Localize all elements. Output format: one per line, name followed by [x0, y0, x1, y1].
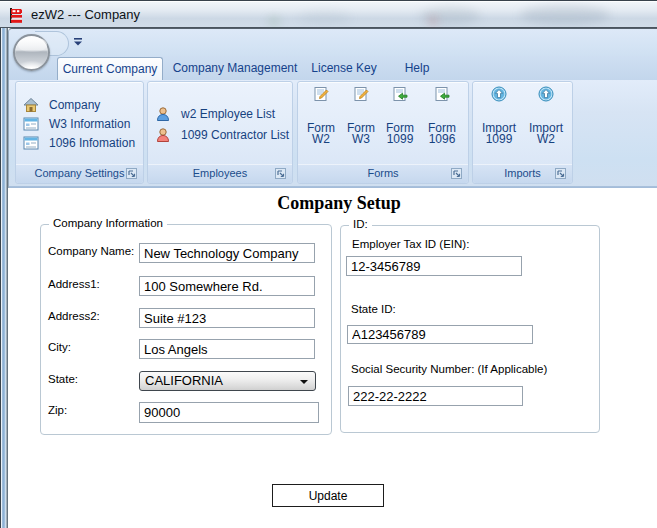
ribbon-button-form-w3[interactable]: FormW3: [341, 86, 381, 145]
ribbon-item-w3-information[interactable]: W3 Information: [23, 116, 130, 132]
app-icon[interactable]: [7, 7, 24, 24]
ribbon-item-company[interactable]: Company: [23, 97, 100, 113]
tab-current-company[interactable]: Current Company: [57, 57, 163, 80]
zip-label: Zip:: [48, 404, 67, 416]
dialog-launcher-icon[interactable]: [126, 168, 137, 179]
quick-access-toolbar: [9, 29, 657, 56]
ribbon-button-form-w2[interactable]: FormW2: [301, 86, 341, 145]
ribbon-item-label: w2 Employee List: [181, 107, 275, 121]
state-id-label: State ID:: [351, 303, 396, 315]
ssn-label: Social Security Number: (If Applicable): [351, 363, 547, 375]
ribbon: Current Company Company Management Licen…: [8, 28, 657, 188]
ribbon-item-label: 1096 Infomation: [49, 136, 135, 150]
address2-label: Address2:: [48, 310, 100, 322]
update-button[interactable]: Update: [272, 484, 384, 507]
dialog-launcher-icon[interactable]: [451, 168, 462, 179]
group-caption-label: Company Settings: [35, 167, 125, 179]
application-orb-button[interactable]: [13, 34, 50, 71]
button-label-line2: W3: [341, 134, 381, 145]
ein-label: Employer Tax ID (EIN):: [352, 238, 469, 250]
tab-company-management[interactable]: Company Management: [171, 56, 299, 80]
ribbon-tab-row: Current Company Company Management Licen…: [9, 56, 657, 80]
dialog-launcher-icon[interactable]: [275, 168, 286, 179]
group-caption: Employees: [148, 164, 292, 183]
ribbon-group-imports: Import1099 ImportW2 Imports: [472, 81, 573, 184]
address1-input[interactable]: [139, 276, 315, 296]
qat-dropdown-icon[interactable]: [73, 37, 84, 46]
state-id-input[interactable]: [347, 325, 533, 344]
group-caption-label: Forms: [367, 167, 398, 179]
glass-smudge: [520, 5, 610, 25]
state-combobox[interactable]: CALIFORNIA: [139, 371, 316, 391]
tab-help[interactable]: Help: [396, 56, 438, 80]
city-input[interactable]: [139, 339, 315, 359]
glass-smudge: [428, 17, 438, 25]
tab-license-key[interactable]: License Key: [306, 56, 382, 80]
glass-smudge: [300, 11, 350, 25]
groupbox-caption: ID:: [349, 218, 372, 230]
zip-input[interactable]: [139, 402, 319, 423]
ribbon-item-label: Company: [49, 98, 100, 112]
button-label-line2: 1096: [422, 134, 462, 145]
company-name-input[interactable]: [139, 243, 315, 263]
ribbon-button-import-1099[interactable]: Import1099: [477, 86, 521, 145]
import-up-icon: [491, 86, 507, 102]
button-label-line2: 1099: [477, 134, 521, 145]
ribbon-item-1099-contractor-list[interactable]: 1099 Contractor List: [155, 127, 289, 143]
ribbon-button-form-1099[interactable]: Form1099: [380, 86, 420, 145]
ribbon-group-forms: FormW2 FormW3 Form109: [297, 81, 469, 184]
ribbon-group-company-settings: Company W3 Information: [15, 81, 144, 184]
form-list-icon: [23, 116, 39, 132]
group-caption: Forms: [298, 164, 468, 183]
ribbon-body: Company W3 Information: [9, 80, 657, 186]
ribbon-item-1096-infomation[interactable]: 1096 Infomation: [23, 135, 135, 151]
glass-smudge: [268, 17, 280, 26]
group-caption-label: Employees: [193, 167, 247, 179]
form-list-icon: [23, 135, 39, 151]
page-title: Company Setup: [229, 193, 449, 214]
dialog-launcher-icon[interactable]: [555, 168, 566, 179]
group-caption-label: Imports: [504, 167, 541, 179]
ssn-input[interactable]: [348, 386, 523, 406]
ribbon-item-label: 1099 Contractor List: [181, 128, 289, 142]
address2-input[interactable]: [139, 308, 315, 328]
group-caption: Company Settings: [16, 164, 143, 183]
ribbon-item-label: W3 Information: [49, 117, 130, 131]
combobox-dropdown-arrow-icon: [300, 380, 308, 384]
ribbon-button-form-1096[interactable]: Form1096: [422, 86, 462, 145]
state-label: State:: [48, 373, 78, 385]
state-combobox-value: CALIFORNIA: [145, 373, 223, 388]
house-icon: [23, 97, 39, 113]
form-import-icon: [434, 86, 450, 102]
import-up-icon: [538, 86, 554, 102]
address1-label: Address1:: [48, 278, 100, 290]
button-label-line2: W2: [301, 134, 341, 145]
city-label: City:: [48, 341, 71, 353]
client-area: Company Setup Company Information Compan…: [8, 188, 657, 528]
window-title: ezW2 --- Company: [31, 7, 140, 22]
person-red-icon: [155, 127, 171, 143]
groupbox-caption: Company Information: [49, 217, 167, 229]
ein-input[interactable]: [346, 256, 522, 276]
form-edit-icon: [313, 86, 329, 102]
ribbon-group-employees: w2 Employee List 1099 Contractor List Em…: [147, 81, 293, 184]
button-label-line2: 1099: [380, 134, 420, 145]
ribbon-item-w2-employee-list[interactable]: w2 Employee List: [155, 106, 275, 122]
window-left-border: [0, 28, 8, 528]
person-blue-icon: [155, 106, 171, 122]
ribbon-button-import-w2[interactable]: ImportW2: [524, 86, 568, 145]
ribbon-bottom-edge: [9, 186, 657, 188]
form-edit-icon: [353, 86, 369, 102]
title-bar: ezW2 --- Company: [0, 0, 657, 28]
form-import-icon: [392, 86, 408, 102]
company-name-label: Company Name:: [48, 245, 134, 257]
button-label-line2: W2: [524, 134, 568, 145]
